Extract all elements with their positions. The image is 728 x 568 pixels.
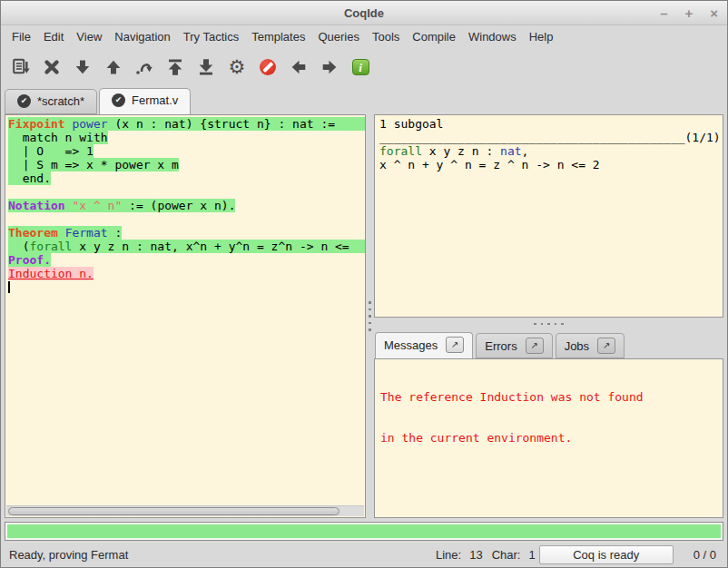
grip-dot <box>369 328 371 331</box>
save-icon <box>11 57 31 77</box>
code-line: Notation "x ^ n" := (power x n). <box>8 199 365 212</box>
grip-dot <box>561 323 564 326</box>
tab-errors[interactable]: Errors <box>476 333 552 358</box>
coq-status-button[interactable]: Coq is ready <box>539 545 674 564</box>
detach-icon[interactable] <box>526 338 544 354</box>
menu-try-tactics[interactable]: Try Tactics <box>177 27 245 46</box>
grip-dot <box>369 308 371 311</box>
tab-fermat[interactable]: Fermat.v <box>99 88 191 114</box>
minimize-icon[interactable]: – <box>660 6 667 20</box>
detach-icon[interactable] <box>446 337 464 353</box>
code-line <box>8 212 365 226</box>
arrow-up-bar-icon <box>165 57 185 77</box>
interrupt-button[interactable] <box>252 52 283 83</box>
fully-check-button[interactable] <box>221 52 252 83</box>
arrow-down-icon <box>73 57 93 77</box>
char-value: 1 <box>528 548 535 562</box>
grip-dot <box>534 323 536 326</box>
progress-bar <box>5 522 723 541</box>
code-line: | O => 1 <box>8 144 365 158</box>
menu-navigation[interactable]: Navigation <box>108 27 176 46</box>
grip-dot <box>555 323 557 326</box>
menu-bar: File Edit View Navigation Try Tactics Te… <box>1 25 727 48</box>
tab-label: *scratch* <box>37 94 84 108</box>
tab-messages[interactable]: Messages <box>375 332 473 358</box>
gear-icon <box>229 57 246 77</box>
go-to-cursor-button[interactable] <box>129 52 160 83</box>
step-forward-button[interactable] <box>67 52 98 83</box>
maximize-icon[interactable]: + <box>684 6 693 20</box>
close-icon[interactable]: × <box>710 6 718 20</box>
menu-help[interactable]: Help <box>523 27 560 46</box>
go-to-start-button[interactable] <box>160 52 191 83</box>
right-column: 1 subgoal_______________________________… <box>374 114 723 518</box>
arrow-right-icon <box>320 57 339 77</box>
arrow-down-bar-icon <box>196 57 216 77</box>
code-line: 1 subgoal <box>379 117 718 131</box>
grip-dot <box>541 323 544 326</box>
error-message-line: The reference Induction was not found <box>380 390 717 404</box>
script-code[interactable]: Fixpoint power (x n : nat) {struct n} : … <box>8 117 365 504</box>
messages-pane[interactable]: The reference Induction was not found in… <box>374 358 723 518</box>
code-line: match n with <box>8 131 365 144</box>
code-line: (forall x y z n : nat, x^n + y^n = z^n -… <box>8 240 365 253</box>
grip-dot <box>369 301 371 304</box>
info-bubble-icon <box>352 59 369 75</box>
no-entry-icon <box>260 59 276 75</box>
menu-windows[interactable]: Windows <box>462 27 523 46</box>
menu-templates[interactable]: Templates <box>245 27 311 46</box>
coqide-window: CoqIde – + × File Edit View Navigation T… <box>0 0 728 568</box>
char-label: Char: <box>492 548 521 562</box>
status-message: Ready, proving Fermat <box>9 548 427 562</box>
line-label: Line: <box>436 548 461 562</box>
checkmark-icon <box>112 93 125 107</box>
status-bar: Ready, proving Fermat Line: 13 Char: 1 C… <box>1 543 727 567</box>
console-tab-bar: Messages Errors Jobs <box>374 330 723 358</box>
step-backward-button[interactable] <box>98 52 129 83</box>
about-button[interactable] <box>345 52 376 83</box>
goals-pane[interactable]: 1 subgoal_______________________________… <box>374 114 723 318</box>
detach-icon[interactable] <box>597 338 615 354</box>
code-line: Fixpoint power (x n : nat) {struct n} : … <box>8 117 365 131</box>
progress-row <box>1 518 727 543</box>
menu-file[interactable]: File <box>5 27 37 46</box>
next-button[interactable] <box>314 52 345 83</box>
grip-dot <box>369 315 371 318</box>
horizontal-scrollbar[interactable] <box>6 505 364 516</box>
code-line <box>8 185 365 199</box>
code-line: x ^ n + y ^ n = z ^ n -> n <= 2 <box>379 158 718 171</box>
menu-compile[interactable]: Compile <box>406 27 462 46</box>
stop-x-icon <box>42 57 62 77</box>
previous-button[interactable] <box>283 52 314 83</box>
menu-view[interactable]: View <box>70 27 108 46</box>
console-notebook: Messages Errors Jobs The reference Induc… <box>374 330 723 518</box>
error-message-line: in the current environment. <box>380 431 717 445</box>
grip-dot <box>369 322 371 325</box>
window-controls: – + × <box>660 1 718 24</box>
vertical-splitter[interactable] <box>366 114 374 518</box>
code-line <box>8 280 365 294</box>
scrollbar-thumb[interactable] <box>8 507 339 515</box>
document-tab-bar: *scratch* Fermat.v <box>1 86 727 114</box>
title-bar[interactable]: CoqIde – + × <box>1 1 727 25</box>
code-line: Proof. <box>8 253 365 267</box>
window-title: CoqIde <box>344 6 384 20</box>
go-to-end-button[interactable] <box>191 52 221 83</box>
tab-label: Messages <box>384 338 438 352</box>
menu-tools[interactable]: Tools <box>366 27 406 46</box>
stop-button[interactable] <box>36 52 67 83</box>
grip-dot <box>547 323 550 326</box>
tab-label: Fermat.v <box>132 93 178 107</box>
code-line: forall x y z n : nat, <box>379 144 718 158</box>
horizontal-splitter[interactable] <box>374 318 723 330</box>
save-button[interactable] <box>5 52 36 83</box>
script-editor-pane[interactable]: Fixpoint power (x n : nat) {struct n} : … <box>5 114 366 518</box>
tab-jobs[interactable]: Jobs <box>556 333 625 358</box>
tab-scratch[interactable]: *scratch* <box>5 89 97 114</box>
tab-label: Errors <box>485 339 516 353</box>
code-line: ________________________________________… <box>379 131 718 144</box>
menu-queries[interactable]: Queries <box>311 27 366 46</box>
menu-edit[interactable]: Edit <box>37 27 70 46</box>
toolbar <box>1 48 727 86</box>
code-line: Induction n. <box>8 267 365 280</box>
